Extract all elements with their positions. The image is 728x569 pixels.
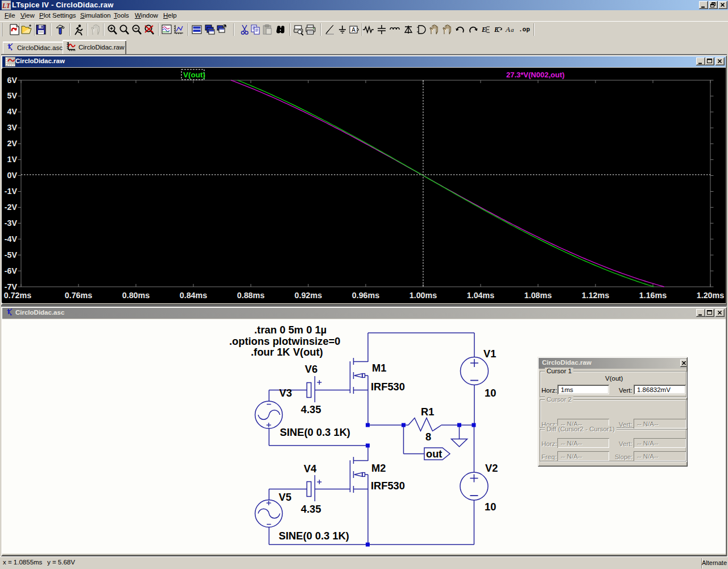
svg-text:0.88ms: 0.88ms [237, 291, 265, 300]
svg-text:V6: V6 [305, 363, 317, 375]
svg-text:.four 1K V(out): .four 1K V(out) [251, 346, 323, 358]
svg-text:A: A [505, 25, 510, 34]
svg-text:27.3*V(N002,out): 27.3*V(N002,out) [506, 71, 565, 79]
svg-text:.op: .op [519, 26, 530, 33]
svg-text:V(out): V(out) [183, 71, 205, 79]
svg-text:M2: M2 [371, 462, 386, 474]
svg-text:1.16ms: 1.16ms [639, 291, 667, 300]
svg-text:V1: V1 [483, 348, 496, 360]
svg-text:-1V: -1V [5, 187, 18, 196]
svg-text:0.96ms: 0.96ms [352, 291, 380, 300]
svg-text:-5V: -5V [5, 250, 18, 259]
svg-text:0V: 0V [7, 171, 18, 180]
svg-text:M1: M1 [372, 362, 386, 374]
svg-text:-7V: -7V [5, 282, 18, 291]
svg-text:1.04ms: 1.04ms [467, 291, 495, 300]
svg-text:10: 10 [485, 387, 496, 399]
svg-text:4.35: 4.35 [301, 503, 321, 515]
svg-text:5V: 5V [7, 91, 18, 100]
svg-text:SINE(0 0.3 1K): SINE(0 0.3 1K) [279, 530, 349, 542]
svg-text:-3V: -3V [5, 218, 18, 228]
svg-text:4V: 4V [7, 107, 18, 116]
svg-text:0.80ms: 0.80ms [122, 291, 150, 300]
svg-text:V2: V2 [485, 462, 498, 474]
svg-text:V4: V4 [304, 463, 317, 475]
svg-text:10: 10 [485, 501, 496, 513]
svg-text:E: E [481, 26, 486, 34]
svg-text:2V: 2V [7, 139, 18, 148]
svg-text:IRF530: IRF530 [371, 480, 405, 492]
svg-text:V3: V3 [279, 387, 292, 399]
svg-text:R1: R1 [421, 406, 434, 418]
svg-text:1.08ms: 1.08ms [524, 291, 552, 300]
svg-text:.options plotwinsize=0: .options plotwinsize=0 [229, 335, 341, 347]
svg-text:-6V: -6V [5, 266, 18, 275]
svg-text:LT: LT [2, 1, 11, 10]
svg-text:E: E [494, 26, 499, 34]
svg-text:SINE(0 0.3 1K): SINE(0 0.3 1K) [280, 426, 350, 438]
svg-text:-4V: -4V [5, 234, 18, 244]
svg-text:3V: 3V [7, 123, 18, 132]
svg-text:0.92ms: 0.92ms [295, 291, 322, 300]
svg-text:a: a [511, 26, 514, 33]
svg-text:1.00ms: 1.00ms [410, 291, 437, 300]
svg-text:1.12ms: 1.12ms [582, 291, 610, 300]
svg-text:4.35: 4.35 [301, 403, 321, 415]
svg-text:8: 8 [425, 431, 431, 443]
svg-text:.tran 0 5m 0 1µ: .tran 0 5m 0 1µ [254, 324, 326, 336]
svg-text:1V: 1V [7, 155, 18, 164]
svg-text:-2V: -2V [5, 203, 18, 212]
svg-text:A: A [351, 27, 355, 33]
svg-text:V5: V5 [279, 491, 291, 503]
svg-text:0.76ms: 0.76ms [65, 291, 93, 300]
svg-text:out: out [426, 448, 442, 460]
svg-text:1.20ms: 1.20ms [697, 291, 725, 300]
svg-text:IRF530: IRF530 [371, 381, 405, 393]
svg-text:0.72ms: 0.72ms [4, 291, 32, 300]
svg-text:0.84ms: 0.84ms [180, 291, 208, 300]
svg-text:6V: 6V [7, 76, 18, 85]
